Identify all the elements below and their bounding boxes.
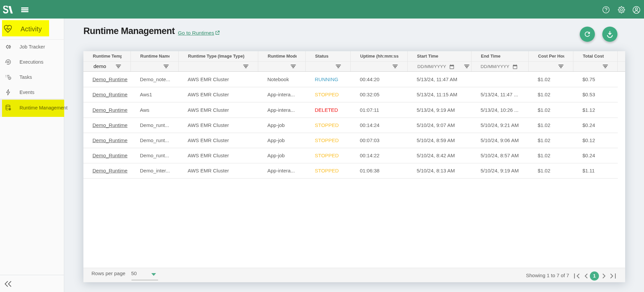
svg-text:S: S [3, 6, 9, 14]
